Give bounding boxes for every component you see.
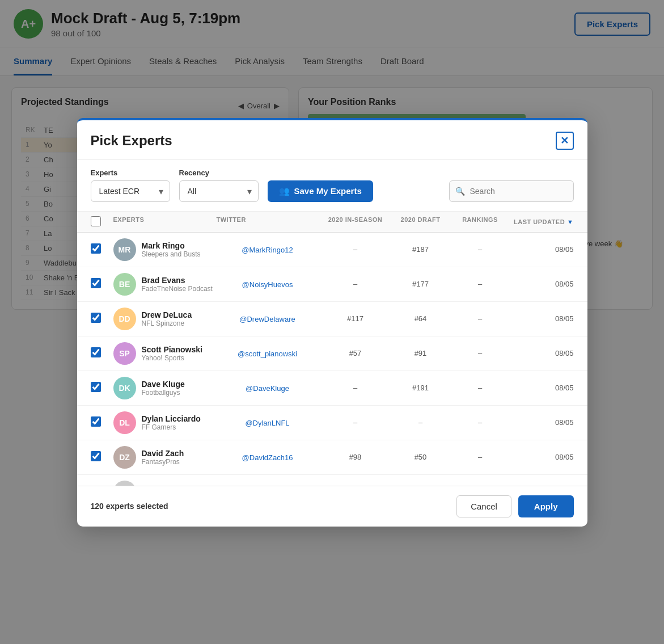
expert-name-3: Scott Pianowski: [142, 345, 202, 354]
experts-table-body: MR Mark Ringo Sleepers and Busts @MarkRi…: [77, 233, 587, 486]
twitter-link-2[interactable]: @DrewDelaware: [239, 315, 295, 323]
twitter-cell-1: @NoisyHuevos: [217, 279, 319, 289]
twitter-link-4[interactable]: @DaveKluge: [246, 384, 289, 393]
in-season-1: –: [319, 280, 392, 288]
checkbox-cell-5: [91, 416, 113, 429]
expert-checkbox-3[interactable]: [91, 347, 101, 357]
rankings-2: –: [449, 314, 511, 323]
experts-select[interactable]: Latest ECR Custom All: [91, 180, 170, 202]
expert-row: DL Dylan Licciardo FF Gamers @DylanLNFL …: [77, 406, 587, 440]
sort-icon[interactable]: ▼: [567, 218, 573, 225]
search-input[interactable]: [449, 180, 574, 202]
checkbox-cell-2: [91, 313, 113, 325]
expert-info-0: MR Mark Ringo Sleepers and Busts: [113, 238, 217, 261]
expert-info-4: DK Dave Kluge Footballguys: [113, 377, 217, 399]
expert-checkbox-2[interactable]: [91, 313, 101, 323]
table-header: EXPERTS TWITTER 2020 IN-SEASON 2020 DRAF…: [77, 212, 587, 233]
close-modal-button[interactable]: ✕: [556, 132, 574, 150]
selected-count: 120 experts selected: [91, 502, 168, 511]
expert-checkbox-4[interactable]: [91, 382, 101, 392]
draft-5: –: [392, 418, 449, 427]
experts-filter-group: Experts Latest ECR Custom All ▾: [91, 169, 170, 202]
expert-row: SP Scott Pianowski Yahoo! Sports @scott_…: [77, 336, 587, 371]
expert-row: DZ David Zach FantasyPros @DavidZach16 #…: [77, 440, 587, 475]
twitter-cell-6: @DavidZach16: [217, 452, 319, 462]
twitter-link-5[interactable]: @DylanLNFL: [245, 419, 289, 427]
expert-row-partial: · · ·: [77, 475, 587, 486]
rankings-6: –: [449, 453, 511, 461]
in-season-5: –: [319, 418, 392, 427]
expert-avatar-3: SP: [113, 342, 136, 365]
rankings-4: –: [449, 384, 511, 392]
expert-name-5: Dylan Licciardo: [142, 414, 201, 423]
cancel-button[interactable]: Cancel: [456, 495, 511, 517]
in-season-4: –: [319, 384, 392, 392]
twitter-link-0[interactable]: @MarkRingo12: [242, 246, 293, 254]
save-icon: 👥: [279, 186, 290, 196]
expert-info-7: · · ·: [113, 481, 217, 486]
twitter-link-3[interactable]: @scott_pianowski: [238, 350, 297, 358]
twitter-cell-3: @scott_pianowski: [217, 348, 319, 359]
checkbox-cell-3: [91, 347, 113, 360]
twitter-link-1[interactable]: @NoisyHuevos: [242, 280, 293, 289]
save-my-experts-button[interactable]: 👥 Save My Experts: [268, 180, 373, 202]
expert-info-3: SP Scott Pianowski Yahoo! Sports: [113, 342, 217, 365]
draft-3: #91: [392, 349, 449, 357]
expert-checkbox-1[interactable]: [91, 278, 101, 288]
expert-checkbox-6[interactable]: [91, 451, 101, 461]
modal-header: Pick Experts ✕: [77, 120, 587, 159]
apply-button[interactable]: Apply: [518, 495, 574, 517]
last-updated-5: 08/05: [511, 418, 574, 427]
rankings-5: –: [449, 418, 511, 427]
recency-select-wrapper: All Last Week Last Month ▾: [179, 180, 259, 202]
expert-org-6: FantasyPros: [142, 458, 184, 466]
in-season-3: #57: [319, 349, 392, 357]
expert-row: BE Brad Evans FadeTheNoise Podcast @Nois…: [77, 267, 587, 302]
expert-avatar-1: BE: [113, 273, 136, 296]
checkbox-cell-1: [91, 278, 113, 291]
col-header-draft: 2020 DRAFT: [392, 216, 449, 228]
draft-1: #177: [392, 280, 449, 288]
select-all-checkbox[interactable]: [91, 216, 101, 226]
footer-buttons: Cancel Apply: [456, 495, 573, 517]
expert-checkbox-5[interactable]: [91, 416, 101, 427]
in-season-6: #98: [319, 453, 392, 461]
checkbox-cell-6: [91, 451, 113, 464]
expert-row: DD Drew DeLuca NFL Spinzone @DrewDelawar…: [77, 302, 587, 336]
expert-name-1: Brad Evans: [142, 276, 213, 285]
col-header-in-season: 2020 IN-SEASON: [319, 216, 392, 228]
last-updated-0: 08/05: [511, 245, 574, 254]
draft-0: #187: [392, 245, 449, 254]
search-wrapper: 🔍: [449, 180, 574, 202]
pick-experts-modal: Pick Experts ✕ Experts Latest ECR Custom…: [77, 118, 587, 527]
expert-name-4: Dave Kluge: [142, 380, 185, 389]
expert-avatar-7: [113, 481, 136, 486]
expert-org-5: FF Gamers: [142, 423, 201, 431]
twitter-cell-2: @DrewDelaware: [217, 314, 319, 324]
expert-row: DK Dave Kluge Footballguys @DaveKluge – …: [77, 371, 587, 406]
expert-checkbox-0[interactable]: [91, 243, 101, 254]
in-season-0: –: [319, 245, 392, 254]
expert-org-2: NFL Spinzone: [142, 319, 192, 327]
expert-avatar-4: DK: [113, 377, 136, 399]
col-header-rankings: RANKINGS: [449, 216, 511, 228]
modal-title: Pick Experts: [91, 133, 172, 149]
checkbox-cell-4: [91, 382, 113, 394]
expert-org-4: Footballguys: [142, 389, 185, 397]
last-updated-6: 08/05: [511, 453, 574, 461]
last-updated-1: 08/05: [511, 280, 574, 288]
draft-2: #64: [392, 314, 449, 323]
last-updated-4: 08/05: [511, 384, 574, 392]
expert-name-0: Mark Ringo: [142, 241, 201, 250]
draft-4: #191: [392, 384, 449, 392]
col-header-twitter: TWITTER: [217, 216, 319, 228]
experts-label: Experts: [91, 169, 170, 177]
twitter-cell-0: @MarkRingo12: [217, 245, 319, 255]
expert-avatar-0: MR: [113, 238, 136, 261]
recency-select[interactable]: All Last Week Last Month: [179, 180, 259, 202]
expert-row: MR Mark Ringo Sleepers and Busts @MarkRi…: [77, 233, 587, 267]
twitter-link-6[interactable]: @DavidZach16: [242, 453, 293, 462]
expert-org-0: Sleepers and Busts: [142, 250, 201, 258]
in-season-2: #117: [319, 314, 392, 323]
last-updated-2: 08/05: [511, 314, 574, 323]
